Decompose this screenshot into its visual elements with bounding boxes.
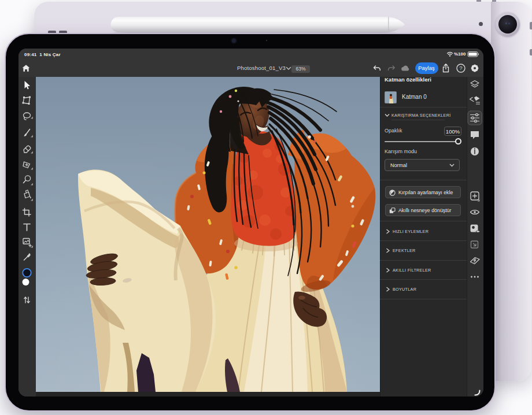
svg-text:?: ?: [459, 65, 462, 71]
